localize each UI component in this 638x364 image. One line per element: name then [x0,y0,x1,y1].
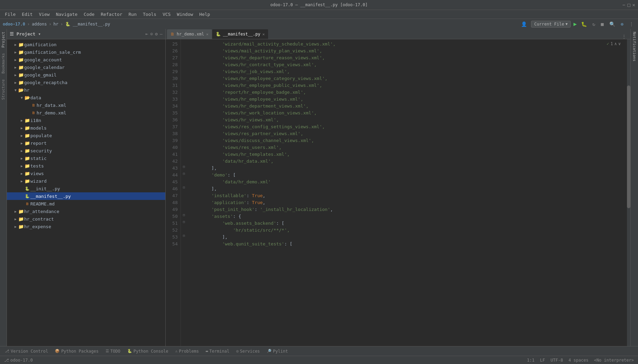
settings-icon[interactable]: ⚙ [155,31,158,37]
pylint-label: Pylint [273,349,288,354]
account-icon[interactable]: 👤 [520,21,528,28]
tree-item-google-gmail[interactable]: ▶ 📁 google_gmail [7,71,165,79]
nav-addons[interactable]: addons [32,22,47,27]
item-label: google_recaptcha [24,80,67,85]
code-token [190,192,212,199]
expand-icon: ▶ [13,58,18,62]
bottom-tab-problems[interactable]: ⚠ Problems [172,347,202,356]
tree-item-models[interactable]: ▶ 📁 models [7,124,165,132]
menu-file[interactable]: File [2,11,18,18]
more-icon[interactable]: ⋮ [628,21,635,28]
tree-item-data[interactable]: ▼ 📂 data [7,94,165,101]
bottom-tab-pylint[interactable]: 🔎 Pylint [263,347,291,356]
tree-item-gamification-sale-crm[interactable]: ▶ 📁 gamification_sale_crm [7,48,165,56]
tree-item-tests[interactable]: ▶ 📁 tests [7,162,165,170]
notifications-label[interactable]: Notifications [631,29,637,64]
tab-hr-demo-xml[interactable]: 🗎 hr_demo.xml ✕ [167,29,212,39]
tree-item-manifest-py[interactable]: 🐍 __manifest__.py [7,192,165,200]
menu-help[interactable]: Help [197,11,213,18]
tab-close-icon[interactable]: ✕ [262,32,265,37]
nav-hr[interactable]: hr [53,22,58,27]
restore-icon[interactable]: □ [627,2,630,8]
tree-item-google-account[interactable]: ▶ 📁 google_account [7,56,165,63]
cursor-position[interactable]: 1:1 [527,358,534,363]
bookmarks-panel-label[interactable]: Bookmarks [0,50,6,77]
refresh-icon[interactable]: ↻ [591,21,597,28]
tree-item-static[interactable]: ▶ 📁 static [7,154,165,162]
search-icon[interactable]: 🔍 [608,21,617,28]
tree-item-readme-md[interactable]: 🗎 README.md [7,200,165,208]
structure-panel-label[interactable]: Structure [0,77,6,103]
menu-code[interactable]: Code [81,11,97,18]
code-editor[interactable]: 'wizard/mail_activity_schedule_views.xml… [187,39,630,346]
menu-window[interactable]: Window [174,11,196,18]
menu-run[interactable]: Run [126,11,139,18]
scrollbar-track[interactable] [627,39,630,346]
menu-edit[interactable]: Edit [19,11,35,18]
problems-icon: ⚠ [175,349,178,353]
line-ending[interactable]: LF [540,358,545,363]
tree-item-hr[interactable]: ▼ 📂 hr [7,86,165,94]
tree-item-init-py[interactable]: 🐍 __init__.py [7,185,165,192]
tree-item-hr-expense[interactable]: ▶ 📁 hr_expense [7,223,165,230]
nav-next-icon[interactable]: ∨ [618,41,621,46]
tree-item-i18n[interactable]: ▶ 📁 i18n [7,117,165,124]
close-icon[interactable]: ✕ [632,2,635,8]
project-panel-label[interactable]: Project [0,29,6,50]
folder-icon: 📁 [18,216,24,222]
tree-item-views[interactable]: ▶ 📁 views [7,170,165,177]
code-line-26: 'views/mail_activity_plan_views.xml', [190,48,630,54]
nav-manifest[interactable]: 🐍 __manifest__.py [65,22,110,27]
current-file-dropdown[interactable]: Current File ▼ [531,21,571,28]
item-label: i18n [30,118,41,123]
expand-icon: ▶ [13,73,18,77]
code-line-50: 'assets': { [190,213,630,220]
tree-item-report[interactable]: ▶ 📁 report [7,139,165,147]
nav-sep-2: › [48,22,52,27]
tab-manifest-py[interactable]: 🐍 __manifest__.py ✕ [212,29,268,39]
tree-item-google-calendar[interactable]: ▶ 📁 google_calendar [7,63,165,71]
bottom-tab-python-packages[interactable]: 📦 Python Packages [51,347,102,356]
run-button[interactable]: ▶ [573,21,577,27]
tree-item-gamification[interactable]: ▶ 📁 gamification [7,41,165,48]
git-branch[interactable]: ⎇ odoo-17.0 [4,358,33,363]
stop-icon[interactable]: ■ [599,21,605,28]
minimize-icon[interactable]: − [622,2,625,8]
tree-item-wizard[interactable]: ▶ 📁 wizard [7,177,165,185]
menu-refactor[interactable]: Refactor [98,11,125,18]
tree-item-hr-contract[interactable]: ▶ 📁 hr_contract [7,215,165,223]
menu-vcs[interactable]: VCS [160,11,173,18]
bottom-tab-python-console[interactable]: 🐍 Python Console [124,347,172,356]
menu-navigate[interactable]: Navigate [53,11,80,18]
menu-tools[interactable]: Tools [140,11,159,18]
tree-item-hr-demo-xml[interactable]: 🗎 hr_demo.xml [7,109,165,117]
collapse-all-icon[interactable]: ⇤ [146,31,148,37]
tree-item-hr-data-xml[interactable]: 🗎 hr_data.xml [7,101,165,109]
item-label: hr_demo.xml [37,110,66,115]
tab-label: __manifest__.py [223,32,260,37]
nav-prev-icon[interactable]: ∧ [615,41,617,46]
project-name[interactable]: odoo-17.0 [3,22,25,27]
bottom-tab-todo[interactable]: ☰ TODO [102,347,124,356]
bottom-tab-services[interactable]: ◎ Services [233,347,263,356]
bottom-tab-version-control[interactable]: ⎇ Version Control [1,347,51,356]
bottom-tab-terminal[interactable]: ▬ Terminal [202,347,233,356]
tree-item-google-recaptcha[interactable]: ▶ 📁 google_recaptcha [7,79,165,86]
interpreter[interactable]: <No interpreter> [594,358,634,363]
hide-panel-icon[interactable]: — [160,31,163,37]
tree-item-security[interactable]: ▶ 📁 security [7,147,165,154]
plugins-icon[interactable]: ⊕ [619,21,625,28]
scrollbar-thumb[interactable] [627,85,630,208]
tree-item-populate[interactable]: ▶ 📁 populate [7,132,165,139]
encoding[interactable]: UTF-8 [550,358,563,363]
tree-item-hr-attendance[interactable]: ▶ 📁 hr_attendance [7,208,165,215]
scroll-to-source-icon[interactable]: ⊙ [150,31,153,37]
menu-view[interactable]: View [36,11,52,18]
indent-settings[interactable]: 4 spaces [569,358,589,363]
expand-icon: ▶ [13,81,18,84]
tab-options-icon[interactable]: ⋮ [622,34,626,39]
code-line-44: 'demo': [ [190,172,630,179]
tab-close-icon[interactable]: ✕ [206,32,208,37]
debug-icon[interactable]: 🐛 [580,21,588,28]
code-line-28: 'views/hr_contract_type_views.xml', [190,61,630,68]
